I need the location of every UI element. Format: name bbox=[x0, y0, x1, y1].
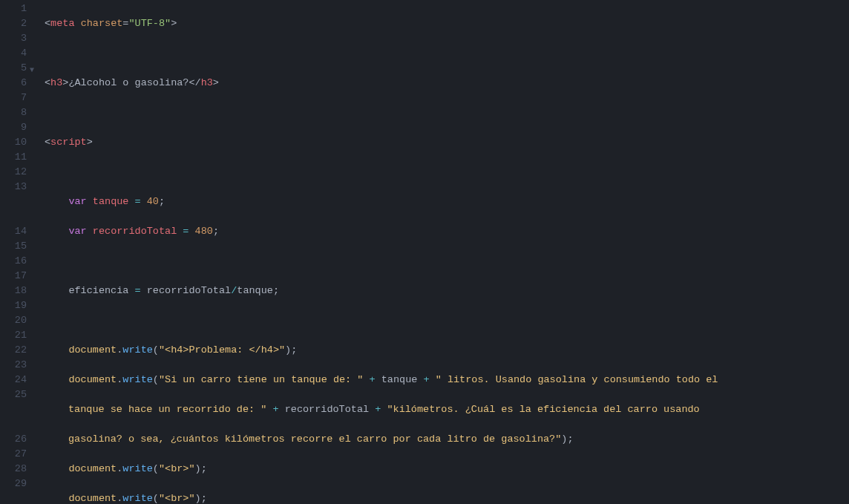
code-area[interactable]: <meta charset="UTF-8"> <h3>¿Alcohol o ga… bbox=[33, 0, 849, 504]
line-number: 10 bbox=[0, 135, 27, 150]
line-number: 18 bbox=[0, 284, 27, 298]
code-line: <h3>¿Alcohol o gasolina?</h3> bbox=[45, 76, 849, 91]
code-line: <script> bbox=[45, 135, 849, 150]
line-number: 17 bbox=[0, 269, 27, 284]
code-line bbox=[45, 105, 849, 120]
code-line: document.write("<br>"); bbox=[45, 491, 849, 504]
code-line: var recorridoTotal = 480; bbox=[45, 224, 849, 239]
code-line bbox=[45, 254, 849, 269]
line-number: 25 bbox=[0, 387, 27, 402]
line-number bbox=[0, 209, 27, 224]
code-line: tanque se hace un recorrido de: " + reco… bbox=[45, 402, 849, 417]
line-number bbox=[0, 402, 27, 417]
line-number: 6 bbox=[0, 76, 27, 91]
line-number: 4 bbox=[0, 46, 27, 61]
line-number: 28 bbox=[0, 462, 27, 477]
line-number: 26 bbox=[0, 432, 27, 447]
line-number: 22 bbox=[0, 343, 27, 358]
code-line: document.write("<h4>Problema: </h4>"); bbox=[45, 343, 849, 358]
code-line: document.write("<br>"); bbox=[45, 462, 849, 477]
code-line: eficiencia = recorridoTotal/tanque; bbox=[45, 284, 849, 298]
code-line bbox=[45, 313, 849, 328]
line-number: 1 bbox=[0, 1, 27, 16]
line-number: 12 bbox=[0, 165, 27, 180]
line-number: 2 bbox=[0, 16, 27, 31]
code-line: var tanque = 40; bbox=[45, 194, 849, 209]
gutter: 12345▼6789101112131415161718192021222324… bbox=[0, 0, 33, 504]
line-number: 5▼ bbox=[0, 61, 27, 76]
line-number: 29 bbox=[0, 477, 27, 491]
line-number: 21 bbox=[0, 328, 27, 343]
line-number: 23 bbox=[0, 358, 27, 373]
code-line bbox=[45, 46, 849, 61]
line-number: 7 bbox=[0, 91, 27, 105]
fold-icon[interactable]: ▼ bbox=[30, 63, 34, 78]
line-number: 19 bbox=[0, 298, 27, 313]
line-number: 14 bbox=[0, 224, 27, 239]
code-line: <meta charset="UTF-8"> bbox=[45, 16, 849, 31]
line-number: 8 bbox=[0, 105, 27, 120]
line-number: 27 bbox=[0, 447, 27, 462]
line-number: 11 bbox=[0, 150, 27, 165]
line-number: 20 bbox=[0, 313, 27, 328]
line-number: 13 bbox=[0, 180, 27, 194]
line-number: 16 bbox=[0, 254, 27, 269]
line-number: 3 bbox=[0, 31, 27, 46]
line-number: 9 bbox=[0, 120, 27, 135]
line-number: 15 bbox=[0, 239, 27, 254]
line-number bbox=[0, 194, 27, 209]
code-line: document.write("Si un carro tiene un tan… bbox=[45, 373, 849, 387]
code-line: gasolina? o sea, ¿cuántos kilómetros rec… bbox=[45, 432, 849, 447]
line-number: 24 bbox=[0, 373, 27, 387]
code-line bbox=[45, 165, 849, 180]
line-number bbox=[0, 417, 27, 432]
